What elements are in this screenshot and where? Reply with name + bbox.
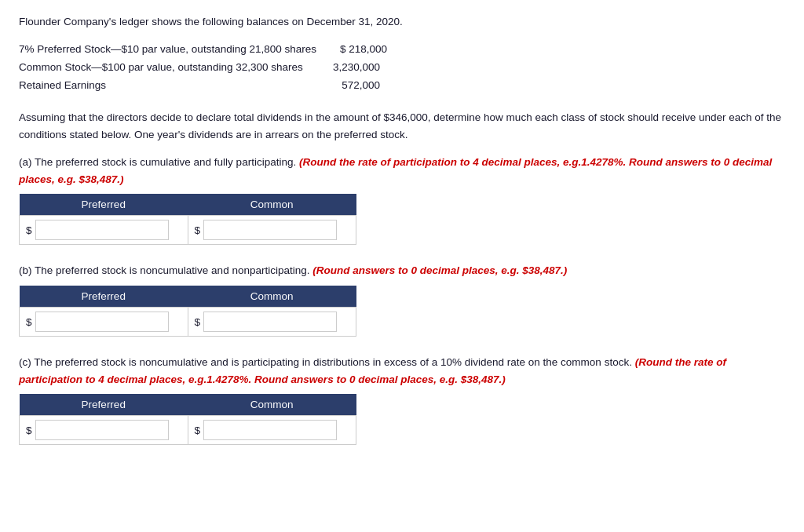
- part-c-common-input[interactable]: [203, 420, 337, 440]
- part-b-table: Preferred Common $ $: [19, 286, 356, 337]
- part-b-prefix: (b) The preferred stock is noncumulative…: [19, 264, 312, 276]
- part-b-section: (b) The preferred stock is noncumulative…: [19, 262, 785, 337]
- part-a-section: (a) The preferred stock is cumulative an…: [19, 154, 785, 245]
- retained-earnings-label: Retained Earnings: [19, 77, 309, 95]
- retained-earnings-value: 572,000: [309, 77, 380, 95]
- part-a-common-input[interactable]: [203, 220, 337, 240]
- part-c-preferred-input[interactable]: [35, 420, 169, 440]
- part-c-common-cell: $: [188, 416, 356, 445]
- part-b-label: (b) The preferred stock is noncumulative…: [19, 262, 785, 279]
- preferred-stock-value: $ 218,000: [316, 41, 387, 59]
- part-b-preferred-header: Preferred: [20, 286, 188, 308]
- part-c-prefix: (c) The preferred stock is noncumulative…: [19, 356, 635, 368]
- part-a-preferred-cell: $: [20, 216, 188, 245]
- part-b-common-input[interactable]: [203, 312, 337, 332]
- part-c-label: (c) The preferred stock is noncumulative…: [19, 354, 785, 388]
- assumption-text: Assuming that the directors decide to de…: [19, 109, 785, 143]
- balance-row-retained: Retained Earnings 572,000: [19, 77, 785, 95]
- part-b-common-dollar: $: [195, 316, 201, 328]
- part-b-common-cell: $: [188, 308, 356, 337]
- part-b-preferred-cell: $: [20, 308, 188, 337]
- part-a-common-dollar: $: [195, 224, 201, 236]
- part-a-preferred-input[interactable]: [35, 220, 169, 240]
- balance-row-common: Common Stock—$100 par value, outstanding…: [19, 59, 785, 77]
- part-a-preferred-header: Preferred: [20, 194, 188, 216]
- part-c-preferred-header: Preferred: [20, 394, 188, 416]
- part-b-inputs: Preferred Common $ $: [19, 286, 785, 337]
- part-b-preferred-dollar: $: [26, 316, 32, 328]
- part-b-note: (Round answers to 0 decimal places, e.g.…: [312, 264, 567, 276]
- part-c-section: (c) The preferred stock is noncumulative…: [19, 354, 785, 445]
- part-a-table: Preferred Common $ $: [19, 194, 356, 245]
- part-b-common-header: Common: [188, 286, 356, 308]
- intro-text: Flounder Company's ledger shows the foll…: [19, 14, 785, 30]
- part-c-preferred-cell: $: [20, 416, 188, 445]
- part-a-inputs: Preferred Common $ $: [19, 194, 785, 245]
- part-a-common-header: Common: [188, 194, 356, 216]
- part-c-common-dollar: $: [195, 425, 201, 436]
- part-a-preferred-dollar: $: [26, 224, 32, 236]
- part-a-prefix: (a) The preferred stock is cumulative an…: [19, 156, 299, 168]
- part-c-table: Preferred Common $ $: [19, 394, 356, 445]
- part-c-preferred-dollar: $: [26, 425, 32, 436]
- balance-row-preferred: 7% Preferred Stock—$10 par value, outsta…: [19, 41, 785, 59]
- part-a-common-cell: $: [188, 216, 356, 245]
- common-stock-label: Common Stock—$100 par value, outstanding…: [19, 59, 309, 77]
- part-c-common-header: Common: [188, 394, 356, 416]
- balance-table: 7% Preferred Stock—$10 par value, outsta…: [19, 41, 785, 95]
- common-stock-value: 3,230,000: [309, 59, 380, 77]
- preferred-stock-label: 7% Preferred Stock—$10 par value, outsta…: [19, 41, 316, 59]
- part-a-label: (a) The preferred stock is cumulative an…: [19, 154, 785, 188]
- part-c-inputs: Preferred Common $ $: [19, 394, 785, 445]
- part-b-preferred-input[interactable]: [35, 312, 169, 332]
